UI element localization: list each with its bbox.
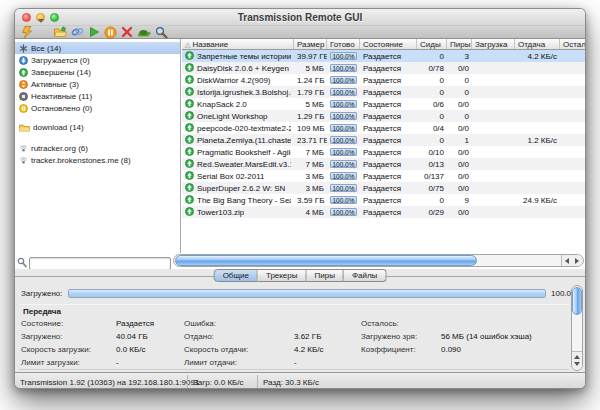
seeds-cell: 0/75: [417, 184, 447, 193]
column-header-status[interactable]: Состояние: [360, 39, 417, 49]
titlebar[interactable]: Transmission Remote GUI: [15, 9, 585, 26]
window-title: Transmission Remote GUI: [15, 12, 585, 23]
tab-пиры[interactable]: Пиры: [307, 269, 344, 282]
seeds-cell: 0: [417, 76, 447, 85]
torrent-row[interactable]: Istorija.igrushek.3.Bolshoj.pobeg.1.79 Г…: [182, 86, 585, 98]
seeding-status-icon: [185, 87, 194, 98]
column-header-down[interactable]: Загрузка: [472, 39, 515, 49]
scroll-left-icon[interactable]: [565, 258, 569, 264]
column-header-name[interactable]: △Название: [182, 39, 294, 49]
peers-cell: 0: [447, 76, 472, 85]
sidebar-item-all[interactable]: Все (14): [15, 42, 180, 54]
sidebar-item-folder-download[interactable]: download (14): [15, 121, 180, 133]
vertical-scrollbar[interactable]: [571, 285, 583, 371]
column-header-eta[interactable]: Осталось: [560, 39, 585, 49]
transfer-column-2: Ошибка:Отдано:3.62 ГБСкорость отдачи:4.2…: [184, 319, 323, 371]
seeds-cell: 0: [417, 196, 447, 205]
torrent-row[interactable]: Serial Box 02-20113 МБ100.0%Раздается0/1…: [182, 170, 585, 182]
torrent-row[interactable]: Pragmatic Bookshelf - Agile Web7 МБ100.0…: [182, 146, 585, 158]
seeding-status-icon: [185, 111, 194, 122]
scroll-down-icon[interactable]: [574, 362, 580, 366]
start-button[interactable]: [88, 26, 100, 39]
progress-chip: 100.0%: [330, 172, 357, 180]
vertical-scrollbar-thumb[interactable]: [572, 287, 582, 315]
group-separator: [19, 304, 569, 305]
torrent-row[interactable]: Red.Sweater.MarsEdit.v3.1.6.Mac7 МБ100.0…: [182, 158, 585, 170]
seeding-status-icon: [185, 195, 194, 206]
torrent-row[interactable]: Planeta.Zemlya.(11.chastey.iz.1123.71 ГБ…: [182, 134, 585, 146]
connect-button[interactable]: [21, 26, 33, 39]
torrent-name-cell: KnapSack 2.0: [182, 99, 294, 110]
size-cell: 1.29 ГБ: [294, 112, 327, 121]
tab-файлы[interactable]: Файлы: [344, 269, 386, 282]
column-header-done[interactable]: Готово: [327, 39, 360, 49]
seeds-cell: 0: [417, 136, 447, 145]
sidebar-item-active[interactable]: Активные (3): [15, 78, 180, 90]
column-header-size[interactable]: Размер: [294, 39, 327, 49]
progress-cell: 100.0%: [327, 208, 360, 216]
field-label: Осталось:: [361, 319, 441, 332]
field-value: 4.2 КБ/с: [294, 345, 323, 358]
seeds-cell: 0: [417, 52, 447, 61]
scroll-right-icon[interactable]: [575, 258, 579, 264]
status-cell: Раздается: [360, 172, 417, 181]
torrent-name-cell: Planeta.Zemlya.(11.chastey.iz.11: [182, 135, 294, 146]
torrent-table: △НазваниеРазмерГотовоСостояниеСидыПирыЗа…: [182, 39, 585, 253]
filter-input[interactable]: [29, 257, 171, 270]
torrent-row[interactable]: Tower103.zip4 МБ100.0%Раздается0/290/0: [182, 206, 585, 218]
field-value: 56 МБ (14 ошибок хэша): [441, 332, 532, 345]
torrent-row[interactable]: DaisyDisk 2.0.6 + Keygen5 МБ100.0%Раздае…: [182, 62, 585, 74]
sidebar-item-tracker-brokenstones[interactable]: tracker.brokenstones.me (8): [15, 154, 180, 166]
torrent-name: Serial Box 02-2011: [197, 172, 264, 181]
peers-cell: 0/0: [447, 160, 472, 169]
torrent-name-cell: The Big Bang Theory - Season 4 |: [182, 195, 294, 206]
progress-chip: 100.0%: [330, 88, 357, 96]
transfer-field: Скорость отдачи:4.2 КБ/с: [184, 345, 323, 358]
pause-button[interactable]: [104, 26, 117, 39]
options-button[interactable]: [155, 26, 168, 39]
horizontal-scrollbar[interactable]: [173, 254, 584, 267]
field-label: Загружено зря:: [361, 332, 441, 345]
sidebar-item-stopped[interactable]: Остановлено (0): [15, 102, 180, 114]
sidebar-item-inactive[interactable]: Неактивные (11): [15, 90, 180, 102]
alt-speed-button[interactable]: [137, 26, 151, 39]
seeding-status-icon: [185, 159, 194, 170]
progress-chip: 100.0%: [330, 76, 357, 84]
sidebar-item-downloading[interactable]: Загружается (0): [15, 54, 180, 66]
field-label: Скорость загрузки:: [21, 345, 116, 358]
field-label: Скорость отдачи:: [184, 345, 294, 358]
horizontal-scrollbar-thumb[interactable]: [175, 255, 477, 266]
torrent-row[interactable]: The Big Bang Theory - Season 4 |3.59 ГБ1…: [182, 194, 585, 206]
torrent-row[interactable]: KnapSack 2.05 МБ100.0%Раздается0/60/0: [182, 98, 585, 110]
connect-dropdown-button[interactable]: [37, 26, 50, 39]
progress-chip: 100.0%: [330, 136, 357, 144]
torrent-row[interactable]: SuperDuper 2.6.2 W: SN3 МБ100.0%Раздаетс…: [182, 182, 585, 194]
sidebar-item-finished[interactable]: Завершены (14): [15, 66, 180, 78]
torrent-row[interactable]: OneLight Workshop1.29 ГБ100.0%Раздается0…: [182, 110, 585, 122]
torrent-row[interactable]: peepcode-020-textmate2-2.m4v109 МБ100.0%…: [182, 122, 585, 134]
peers-cell: 9: [447, 196, 472, 205]
size-cell: 39.97 ГБ: [294, 52, 327, 61]
bottom-strip: [15, 253, 585, 269]
torrent-row[interactable]: DiskWarrior 4.2(909)1.24 ГБ100.0%Раздает…: [182, 74, 585, 86]
column-header-peers[interactable]: Пиры: [447, 39, 472, 49]
add-url-button[interactable]: [71, 26, 84, 39]
scroll-up-icon[interactable]: [574, 355, 580, 359]
tab-трекеры[interactable]: Трекеры: [258, 269, 307, 282]
seeds-cell: 0/6: [417, 100, 447, 109]
torrent-row[interactable]: Запретные темы истории-DVD-K39.97 ГБ100.…: [182, 50, 585, 62]
table-header-row: △НазваниеРазмерГотовоСостояниеСидыПирыЗа…: [182, 39, 585, 50]
sidebar-item-label: Неактивные (11): [31, 92, 92, 101]
remove-button[interactable]: [121, 26, 133, 39]
progress-chip: 100.0%: [330, 184, 357, 192]
tab-общие[interactable]: Общие: [214, 269, 258, 282]
add-torrent-button[interactable]: [54, 26, 67, 39]
column-header-up[interactable]: Отдача: [515, 39, 560, 49]
sidebar-item-tracker-rutracker[interactable]: rutracker.org (6): [15, 142, 180, 154]
sidebar-item-label: Завершены (14): [31, 68, 91, 77]
app-window: Transmission Remote GUI Все (14)Загружае…: [14, 8, 586, 389]
column-header-seeds[interactable]: Сиды: [417, 39, 447, 49]
progress-cell: 100.0%: [327, 172, 360, 180]
peers-cell: 0/0: [447, 184, 472, 193]
toolbar: [15, 26, 585, 39]
